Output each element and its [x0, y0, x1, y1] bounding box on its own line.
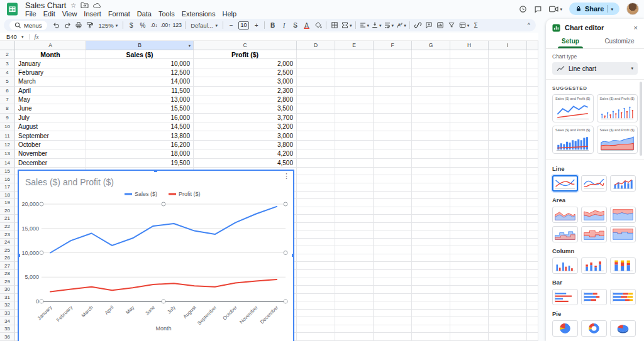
cell-B3[interactable]: 10,000 — [86, 59, 194, 68]
cell-I2[interactable] — [489, 50, 527, 59]
row-header-26[interactable]: 26 — [0, 254, 15, 263]
cell-G29[interactable] — [412, 278, 450, 286]
cell-F19[interactable] — [374, 199, 412, 207]
menu-edit[interactable]: Edit — [43, 10, 55, 18]
cell-I36[interactable] — [489, 333, 527, 341]
insert-comment-button[interactable] — [424, 20, 435, 30]
cell-I15[interactable] — [489, 168, 527, 176]
cell-F20[interactable] — [374, 207, 412, 215]
chart-more-options-icon[interactable]: ⋮ — [283, 172, 290, 180]
cell-D30[interactable] — [297, 286, 335, 294]
cell-B10[interactable]: 14,500 — [86, 122, 194, 131]
insert-chart-button[interactable] — [435, 20, 446, 30]
cell-G33[interactable] — [412, 310, 450, 318]
cell-C12[interactable]: 3,800 — [194, 141, 297, 149]
cell-F32[interactable] — [374, 301, 412, 310]
move-folder-icon[interactable] — [80, 2, 89, 9]
cell-D34[interactable] — [297, 317, 335, 325]
cell-D7[interactable] — [297, 95, 335, 104]
cell-E4[interactable] — [335, 68, 374, 77]
cell-H12[interactable] — [450, 141, 489, 149]
cell-F29[interactable] — [374, 278, 412, 286]
cell-F13[interactable] — [374, 149, 412, 158]
cell-H13[interactable] — [450, 149, 489, 158]
area-step-thumbnail[interactable] — [552, 226, 578, 242]
row-header-31[interactable]: 31 — [0, 294, 15, 302]
cell-F9[interactable] — [374, 114, 412, 122]
cell-A7[interactable]: May — [15, 95, 86, 104]
cell-H24[interactable] — [450, 239, 489, 247]
row-header-16[interactable]: 16 — [0, 175, 15, 183]
cell-H34[interactable] — [450, 317, 489, 325]
cell-E21[interactable] — [335, 215, 374, 223]
cell-D10[interactable] — [297, 122, 335, 131]
cell-A4[interactable]: February — [15, 68, 86, 77]
cell-E19[interactable] — [335, 199, 374, 207]
cell-H3[interactable] — [450, 59, 489, 68]
insert-link-button[interactable] — [413, 20, 423, 30]
cell-G6[interactable] — [412, 87, 450, 95]
cell-D16[interactable] — [297, 175, 335, 183]
cell-E27[interactable] — [335, 262, 374, 270]
cell-E6[interactable] — [335, 87, 374, 95]
cell-G4[interactable] — [412, 68, 450, 77]
cell-F23[interactable] — [374, 230, 412, 239]
cell-H22[interactable] — [450, 223, 489, 231]
col-basic-thumbnail[interactable] — [552, 257, 578, 274]
cell-G10[interactable] — [412, 122, 450, 131]
tab-customize[interactable]: Customize — [595, 34, 644, 48]
pie-3d-thumbnail[interactable] — [610, 320, 636, 337]
row-header-20[interactable]: 20 — [0, 207, 15, 215]
row-header-24[interactable]: 24 — [0, 239, 15, 247]
paint-format-button[interactable] — [85, 20, 96, 30]
cell-E7[interactable] — [335, 95, 374, 104]
line-smooth-thumbnail[interactable] — [581, 175, 607, 192]
cell-B12[interactable]: 16,200 — [86, 141, 194, 149]
cell-F6[interactable] — [374, 87, 412, 95]
row-header-5[interactable]: 5 — [0, 77, 15, 86]
cell-H31[interactable] — [450, 294, 489, 302]
cell-G8[interactable] — [412, 104, 450, 113]
area-step-stacked-thumbnail[interactable] — [581, 226, 607, 242]
cell-I20[interactable] — [489, 207, 527, 215]
cell-H2[interactable] — [450, 50, 489, 59]
cell-E10[interactable] — [335, 122, 374, 131]
cell-I35[interactable] — [489, 325, 527, 333]
cell-D28[interactable] — [297, 270, 335, 278]
redo-button[interactable] — [62, 20, 73, 30]
column-header-F[interactable]: F — [374, 41, 412, 50]
cell-C10[interactable]: 3,200 — [194, 122, 297, 131]
sheets-logo[interactable] — [5, 2, 19, 16]
cell-D13[interactable] — [297, 149, 335, 158]
cell-I34[interactable] — [489, 317, 527, 325]
row-header-9[interactable]: 9 — [0, 114, 15, 122]
column-dropdown-icon[interactable]: ▾ — [189, 43, 191, 48]
borders-button[interactable] — [329, 20, 340, 30]
row-header-3[interactable]: 3 — [0, 59, 15, 68]
cell-H6[interactable] — [450, 87, 489, 95]
name-box-dropdown-icon[interactable]: ▾ — [21, 35, 24, 39]
cell-E8[interactable] — [335, 104, 374, 113]
cell-G32[interactable] — [412, 301, 450, 310]
area-100-thumbnail[interactable] — [610, 207, 636, 223]
cell-A3[interactable]: January — [15, 59, 86, 68]
format-currency-button[interactable]: $ — [126, 20, 136, 30]
cell-F21[interactable] — [374, 215, 412, 223]
format-percent-button[interactable]: % — [137, 20, 148, 30]
cell-H4[interactable] — [450, 68, 489, 77]
cell-A10[interactable]: August — [15, 122, 86, 131]
cell-H36[interactable] — [450, 333, 489, 341]
hide-toolbar-button[interactable]: ^ — [528, 22, 530, 28]
chart-resize-handle-left[interactable] — [18, 253, 21, 257]
cell-E28[interactable] — [335, 270, 374, 278]
line-combo-thumbnail[interactable] — [610, 175, 636, 192]
cell-D11[interactable] — [297, 131, 335, 140]
cell-F7[interactable] — [374, 95, 412, 104]
column-header-E[interactable]: E — [335, 41, 374, 50]
cell-B13[interactable]: 18,000 — [86, 149, 194, 158]
cell-D2[interactable] — [297, 50, 335, 59]
row-header-21[interactable]: 21 — [0, 215, 15, 223]
meet-presentation-button[interactable]: ▾ — [549, 6, 562, 13]
cell-D5[interactable] — [297, 77, 335, 86]
cell-E35[interactable] — [335, 325, 374, 333]
